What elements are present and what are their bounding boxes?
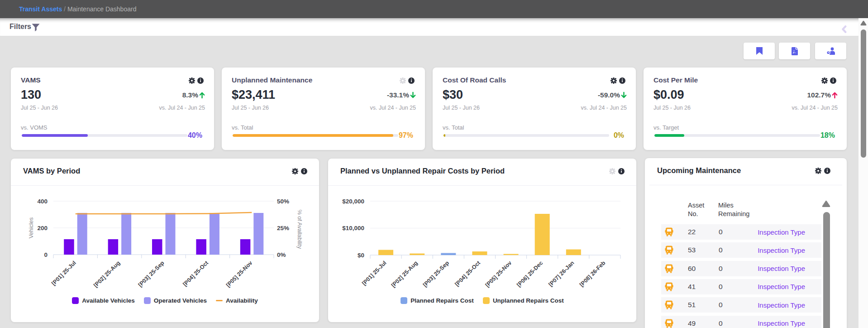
svg-text:[P01] 25-Jul: [P01] 25-Jul: [361, 260, 388, 287]
svg-text:[P08] 26-Feb: [P08] 26-Feb: [578, 260, 607, 288]
svg-text:25%: 25%: [277, 225, 289, 232]
svg-text:[P02] 25-Aug: [P02] 25-Aug: [92, 260, 121, 289]
svg-text:[P03] 25-Sep: [P03] 25-Sep: [422, 260, 450, 288]
svg-text:[P02] 25-Aug: [P02] 25-Aug: [390, 260, 419, 289]
svg-text:$0: $0: [358, 252, 364, 259]
svg-text:% of Availability: % of Availability: [296, 210, 303, 249]
svg-text:[P06] 25-Dec: [P06] 25-Dec: [515, 260, 544, 288]
svg-text:[P05] 25-Nov: [P05] 25-Nov: [225, 260, 253, 288]
svg-text:$20,000: $20,000: [342, 198, 364, 205]
svg-text:0: 0: [44, 251, 48, 258]
svg-text:[P04] 25-Oct: [P04] 25-Oct: [454, 260, 482, 288]
svg-text:[P05] 25-Nov: [P05] 25-Nov: [484, 260, 513, 288]
svg-text:0%: 0%: [277, 251, 286, 258]
svg-text:$10,000: $10,000: [342, 225, 364, 232]
svg-text:[P07] 26-Jan: [P07] 26-Jan: [547, 260, 575, 288]
svg-text:[P01] 25-Jul: [P01] 25-Jul: [50, 260, 77, 287]
svg-text:[P04] 25-Oct: [P04] 25-Oct: [182, 260, 210, 288]
svg-text:200: 200: [37, 225, 48, 232]
svg-text:[P03] 25-Sep: [P03] 25-Sep: [137, 260, 166, 288]
svg-text:400: 400: [37, 198, 48, 205]
svg-text:50%: 50%: [277, 198, 289, 205]
svg-text:Vehicles: Vehicles: [28, 217, 34, 239]
